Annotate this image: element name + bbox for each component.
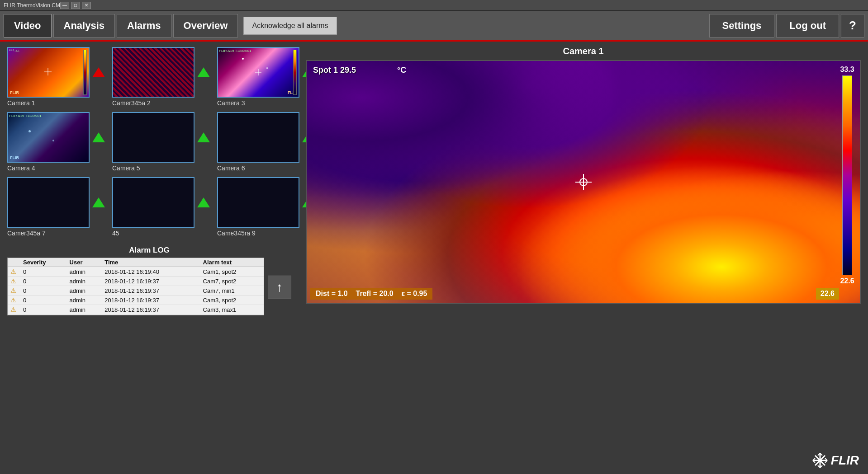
alarm-table-container[interactable]: Severity User Time Alarm text ⚠ 0 admin … (7, 258, 264, 315)
camera-grid: ⁸⁴⁵·³·¹ FLIR (7, 47, 291, 237)
camera-thumb-6[interactable] (217, 112, 299, 163)
camera-cell-5[interactable]: Camera 5 (112, 112, 210, 172)
measurement-bar: Dist = 1.0 Trefl = 20.0 ε = 0.95 (310, 288, 432, 300)
camera-thumb-8[interactable] (112, 177, 194, 228)
scroll-up-button[interactable]: ↑ (268, 276, 291, 299)
main-view-container[interactable]: Spot 1 29.5 °C 33.3 22.6 Dist = 1.0 Tref… (306, 60, 861, 304)
alarm-user: admin (67, 286, 102, 296)
camera-thumb-1[interactable]: ⁸⁴⁵·³·¹ FLIR (7, 47, 90, 98)
camera-thumb-3[interactable]: FLIR FLIR A19 T12 (217, 47, 299, 98)
spot-reading: Spot 1 29.5 (313, 66, 356, 75)
camera-label-1: Camera 1 (7, 99, 35, 107)
trefl-label: Trefl = 20.0 (356, 290, 393, 297)
col-time: Time (102, 258, 200, 267)
camera-cell-8[interactable]: 45 (112, 177, 210, 237)
logout-button[interactable]: Log out (776, 14, 839, 38)
alarm-user: admin (67, 314, 102, 316)
alarm-severity: 0 (20, 267, 67, 277)
cam3-timestamp: FLIR A19 T12/05/01 (219, 49, 251, 53)
camera-label-3: Camera 3 (217, 99, 245, 107)
col-alarm-text: Alarm text (200, 258, 264, 267)
dist-label: Dist = 1.0 (316, 290, 348, 297)
camera-cell-7[interactable]: Camer345a 7 (7, 177, 105, 237)
alarm-text: Cam7, min1 (200, 286, 264, 296)
alarm-time: 2018-01-12 16:19:37 (102, 277, 200, 286)
cam7-alarm-indicator (92, 197, 105, 207)
alarm-log-title: Alarm LOG (7, 246, 291, 255)
alarm-row[interactable]: ⚠ 0 admin 2018-01-12 16:19:37 Cam3, max1 (8, 305, 264, 314)
alarm-row[interactable]: ⚠ 0 admin 2018-01-12 16:19:40 Cam1, spot… (8, 267, 264, 277)
alarm-text: Cam3, max1 (200, 305, 264, 314)
alarm-text: Cam3, spot2 (200, 296, 264, 305)
alarm-row[interactable]: ⚠ 0 admin 2018-01-12 16:19:37 Cam7, spot… (8, 277, 264, 286)
camera-label-9: Came345ra 9 (217, 230, 256, 237)
camera-cell-4[interactable]: FLIR FLIR A19 T12/05/01 Camera 4 (7, 112, 105, 172)
camera-cell-1[interactable]: ⁸⁴⁵·³·¹ FLIR (7, 47, 105, 107)
camera-label-5: Camera 5 (112, 164, 140, 172)
cam1-overlay-text: ⁸⁴⁵·³·¹ (9, 49, 19, 53)
col-icon (8, 258, 20, 267)
help-button[interactable]: ? (841, 14, 864, 38)
maximize-button[interactable]: □ (71, 2, 80, 9)
alarm-time: 2018-01-12 16:19:37 (102, 314, 200, 316)
color-scale: 33.3 22.6 (841, 66, 854, 285)
alarm-tbody: ⚠ 0 admin 2018-01-12 16:19:40 Cam1, spot… (8, 267, 264, 316)
alarm-severity: 0 (20, 305, 67, 314)
cam4-brand: FLIR (10, 155, 19, 160)
window-controls: — □ ✕ (60, 2, 91, 9)
alarm-time: 2018-01-12 16:19:37 (102, 296, 200, 305)
minimize-button[interactable]: — (60, 2, 69, 9)
alarm-severity: 0 (20, 286, 67, 296)
alarm-icon: ⚠ (8, 296, 20, 305)
camera-thumb-5[interactable] (112, 112, 194, 163)
alarm-time: 2018-01-12 16:19:40 (102, 267, 200, 277)
scale-max-value: 33.3 (840, 66, 854, 74)
navbar: Video Analysis Alarms Overview Acknowled… (0, 11, 868, 42)
cam1-alarm-indicator (92, 67, 105, 77)
alarm-icon: ⚠ (8, 314, 20, 316)
camera-thumb-9[interactable] (217, 177, 299, 228)
main-content: ⁸⁴⁵·³·¹ FLIR (0, 42, 868, 474)
alarm-table: Severity User Time Alarm text ⚠ 0 admin … (8, 258, 264, 315)
alarm-row[interactable]: ⚠ 0 admin 2018-01-12 16:19:37 Cam3, avg1 (8, 314, 264, 316)
alarm-severity: 0 (20, 296, 67, 305)
cam4-alarm-indicator (92, 132, 105, 142)
alarm-icon: ⚠ (8, 267, 20, 277)
alarm-user: admin (67, 277, 102, 286)
flir-logo-icon (812, 452, 828, 469)
alarm-text: Cam3, avg1 (200, 314, 264, 316)
close-button[interactable]: ✕ (82, 2, 91, 9)
camera-thumb-7[interactable] (7, 177, 90, 228)
unit-reading: °C (397, 66, 406, 75)
alarms-nav-button[interactable]: Alarms (117, 14, 171, 38)
overview-nav-button[interactable]: Overview (173, 14, 238, 38)
scale-min-value: 22.6 (840, 277, 854, 285)
cam8-alarm-indicator (197, 197, 210, 207)
alarm-user: admin (67, 267, 102, 277)
alarm-icon: ⚠ (8, 305, 20, 314)
camera-cell-2[interactable]: Camer345a 2 (112, 47, 210, 107)
alarm-row[interactable]: ⚠ 0 admin 2018-01-12 16:19:37 Cam3, spot… (8, 296, 264, 305)
main-camera-title: Camera 1 (563, 46, 603, 56)
left-panel: ⁸⁴⁵·³·¹ FLIR (0, 42, 299, 474)
acknowledge-all-alarms-button[interactable]: Acknowledge all alarms (243, 17, 337, 35)
epsilon-label: ε = 0.95 (401, 290, 427, 297)
camera-thumb-4[interactable]: FLIR FLIR A19 T12/05/01 (7, 112, 90, 163)
alarm-severity: 0 (20, 277, 67, 286)
app-title: FLIR ThermoVision CM (4, 2, 60, 9)
video-nav-button[interactable]: Video (4, 14, 52, 38)
camera-thumb-2[interactable] (112, 47, 194, 98)
settings-button[interactable]: Settings (709, 14, 775, 38)
alarm-icon: ⚠ (8, 286, 20, 296)
alarm-time: 2018-01-12 16:19:37 (102, 286, 200, 296)
col-severity: Severity (20, 258, 67, 267)
alarm-row[interactable]: ⚠ 0 admin 2018-01-12 16:19:37 Cam7, min1 (8, 286, 264, 296)
cam4-timestamp: FLIR A19 T12/05/01 (9, 114, 41, 118)
alarm-log-area: Severity User Time Alarm text ⚠ 0 admin … (7, 258, 264, 315)
analysis-nav-button[interactable]: Analysis (53, 14, 115, 38)
bottom-right-value: 22.6 (816, 288, 839, 300)
titlebar: FLIR ThermoVision CM — □ ✕ (0, 0, 868, 11)
flir-text: FLIR (831, 453, 859, 468)
camera-label-6: Camera 6 (217, 164, 245, 172)
cam2-alarm-indicator (197, 67, 210, 77)
